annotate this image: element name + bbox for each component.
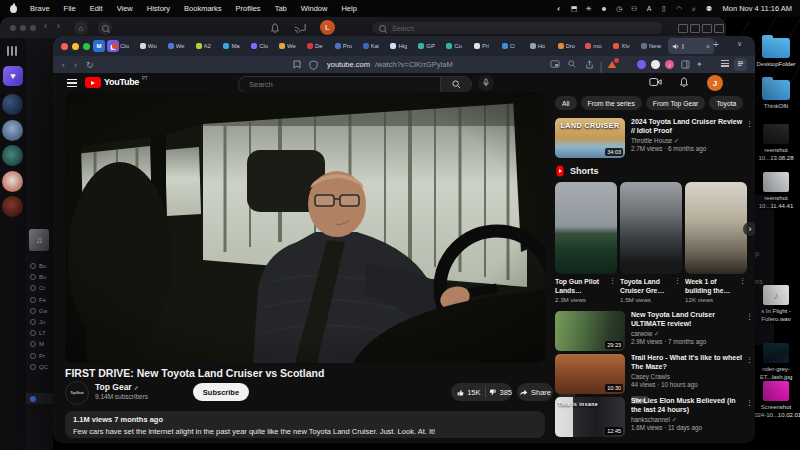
list-item[interactable]: Jo — [30, 318, 45, 326]
back-button[interactable]: ‹ — [62, 60, 65, 70]
list-item[interactable]: Pr — [30, 352, 45, 360]
browser-tab[interactable]: Kai — [360, 38, 387, 54]
browser-tab[interactable]: XIv — [610, 38, 637, 54]
reload-button[interactable]: ↻ — [86, 60, 94, 70]
inactive-close-button[interactable] — [10, 25, 16, 31]
spotlight-icon[interactable]: ⌕ — [688, 5, 701, 13]
apple-menu-icon[interactable] — [10, 5, 17, 13]
tab-close-icon[interactable]: × — [706, 43, 710, 50]
reading-mode-button[interactable] — [734, 58, 747, 71]
suggested-video[interactable]: 29:23 New Toyota Land Cruiser ULTIMATE r… — [555, 311, 753, 351]
music-extension-icon[interactable]: ♪ — [665, 60, 674, 69]
people-icon[interactable]: ⚇ — [628, 5, 641, 13]
window-tabs-icon[interactable] — [714, 24, 724, 33]
avatar[interactable] — [2, 120, 23, 141]
minimize-button[interactable] — [72, 43, 79, 50]
description-box[interactable]: 1.1M views 7 months ago Few cars have se… — [65, 411, 545, 438]
channel-name[interactable]: Top Gear✓ — [95, 382, 139, 392]
account-avatar[interactable]: J — [707, 75, 723, 91]
create-video-icon[interactable] — [649, 77, 662, 87]
browser-tab[interactable]: De — [304, 38, 331, 54]
shorts-options-icon[interactable]: ⋮ — [609, 277, 616, 285]
shorts-card[interactable]: ⋮ Toyota Land Cruiser Gre… 1.5M views — [620, 182, 682, 303]
voice-search-mic-icon[interactable] — [478, 75, 494, 91]
list-item[interactable]: Bo — [30, 262, 46, 270]
fast-user-switch-icon[interactable]: ⚉ — [703, 5, 716, 13]
menubar-item[interactable]: Bookmarks — [177, 4, 229, 13]
browser-tab[interactable]: Ma — [220, 38, 247, 54]
browser-tab[interactable]: We — [276, 38, 303, 54]
youtube-logo[interactable]: YouTube PT — [85, 77, 148, 88]
list-item[interactable]: Cr — [30, 284, 45, 292]
video-options-icon[interactable]: ⋮ — [746, 356, 753, 364]
input-source-icon[interactable]: A — [643, 5, 656, 12]
video-thumbnail[interactable]: This is insane 12:45 — [555, 397, 625, 437]
browser-tab[interactable]: Clo — [248, 38, 275, 54]
battery-icon[interactable]: ▯ — [658, 5, 671, 13]
menubar-item[interactable]: Brave — [23, 4, 57, 13]
window-grid-icon[interactable] — [690, 24, 700, 33]
menubar-item[interactable]: File — [57, 4, 83, 13]
screen-time-icon[interactable]: ◷ — [613, 5, 626, 13]
browser-menu-icon[interactable] — [721, 60, 729, 67]
menubar-item[interactable]: History — [140, 4, 177, 13]
browser-tab[interactable]: A2 — [193, 38, 220, 54]
menubar-item[interactable]: Help — [334, 4, 363, 13]
sidebar-toggle-icon[interactable] — [7, 46, 19, 56]
zoom-button[interactable] — [83, 43, 90, 50]
brave-rewards-icon[interactable] — [607, 60, 617, 69]
list-item[interactable]: Fe — [30, 296, 46, 304]
forward-icon[interactable]: › — [57, 21, 60, 31]
notifications-bell-icon[interactable] — [679, 77, 689, 88]
shorts-next-arrow[interactable]: › — [743, 222, 755, 236]
url-display[interactable]: youtube.com/watch?v=ClKrrGPylaM — [327, 56, 453, 73]
profile-avatar[interactable]: L — [320, 20, 335, 35]
browser-tab[interactable]: Pri — [471, 38, 498, 54]
desktop-icon[interactable]: DesktopFolder — [752, 38, 800, 68]
desktop-icon[interactable]: reenshot 10...11.44.41 — [752, 172, 800, 210]
extension-person-icon[interactable] — [651, 60, 660, 69]
settings-asterisk-icon[interactable]: ✳ — [583, 5, 596, 13]
cast-icon[interactable] — [294, 24, 306, 34]
browser-tab[interactable]: New T — [638, 38, 665, 54]
menubar-item[interactable]: Edit — [83, 4, 110, 13]
tab-search-chevron-icon[interactable]: ∨ — [737, 40, 742, 48]
sidebar-panel-icon[interactable] — [681, 60, 690, 69]
search-button[interactable] — [440, 77, 471, 92]
browser-tab[interactable]: Cl — [499, 38, 526, 54]
filter-chip[interactable]: Toyota — [709, 96, 743, 110]
bookmark-icon[interactable] — [293, 60, 301, 69]
desktop-icon[interactable]: s In Flight - Fulero.wav — [752, 285, 800, 323]
forward-button[interactable]: › — [74, 60, 77, 70]
list-item[interactable]: Ga — [30, 307, 47, 315]
shapes-icon[interactable]: ✦ — [696, 60, 703, 69]
youtube-search-box[interactable] — [238, 76, 472, 93]
shorts-options-icon[interactable]: ⋮ — [674, 277, 681, 285]
shorts-card[interactable]: ⋮ Week 1 of building the… 12K views — [685, 182, 747, 303]
video-options-icon[interactable]: ⋮ — [746, 120, 753, 128]
favorites-heart-tile[interactable]: ♥ — [3, 66, 23, 86]
filter-chip[interactable]: All — [555, 96, 577, 110]
avatar[interactable] — [2, 171, 23, 192]
screen-mirroring-icon[interactable]: ⬒ — [568, 5, 581, 13]
avatar[interactable] — [2, 145, 23, 166]
active-tab[interactable]: I × — [668, 38, 714, 54]
hamburger-menu-icon[interactable] — [67, 79, 77, 87]
search-icon[interactable] — [98, 21, 112, 35]
home-icon[interactable]: ⌂ — [74, 21, 88, 35]
browser-tab[interactable]: Wo — [137, 38, 164, 54]
browser-tab[interactable]: We — [165, 38, 192, 54]
shorts-thumbnail[interactable] — [620, 182, 682, 274]
window-split-icon[interactable] — [702, 24, 712, 33]
shorts-options-icon[interactable]: ⋮ — [739, 277, 746, 285]
browser-tab[interactable]: Dro — [555, 38, 582, 54]
window-panel-icon[interactable] — [678, 24, 688, 33]
list-item[interactable]: LT — [30, 329, 46, 337]
menubar-item[interactable]: Tab — [268, 4, 294, 13]
suggested-video[interactable]: This is insane 12:45 Six Lies Elon Musk … — [555, 397, 753, 437]
picture-in-picture-icon[interactable] — [550, 60, 560, 68]
suggested-video[interactable]: 10:30 Trail Hero - What it's like to whe… — [555, 354, 753, 394]
menubar-item[interactable]: Profiles — [229, 4, 268, 13]
pinned-tab[interactable]: M — [93, 40, 105, 52]
menubar-clock[interactable]: Mon Nov 4 11:16 AM — [723, 4, 792, 13]
